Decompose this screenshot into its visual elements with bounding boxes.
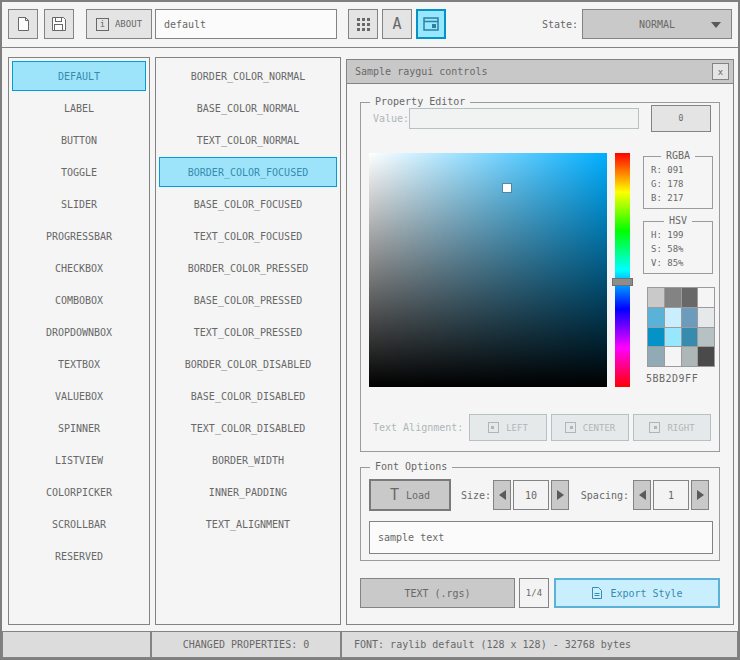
color-saturation-panel[interactable]: [369, 153, 607, 387]
chevron-down-icon: [711, 22, 721, 28]
style-palette-swatch[interactable]: [698, 347, 714, 366]
export-style-label: Export Style: [610, 588, 682, 599]
controls-list-item[interactable]: VALUEBOX: [12, 381, 146, 411]
controls-list-item[interactable]: BUTTON: [12, 125, 146, 155]
sample-text-input[interactable]: [369, 521, 713, 554]
hsv-v-value: V: 85%: [651, 256, 684, 270]
controls-list-item[interactable]: CHECKBOX: [12, 253, 146, 283]
controls-panel-button[interactable]: [416, 9, 446, 39]
load-font-button[interactable]: T Load: [369, 479, 451, 511]
style-palette-swatch[interactable]: [648, 347, 664, 366]
export-style-button[interactable]: Export Style: [554, 578, 720, 608]
new-style-button[interactable]: [8, 9, 38, 39]
export-format-button[interactable]: TEXT (.rgs): [360, 578, 515, 608]
rgba-g-value: G: 178: [651, 177, 684, 191]
controls-list-item[interactable]: RESERVED: [12, 541, 146, 571]
properties-list-item[interactable]: BORDER_COLOR_FOCUSED: [159, 157, 337, 187]
properties-list-item[interactable]: BASE_COLOR_PRESSED: [159, 285, 337, 315]
controls-list-item[interactable]: TOGGLE: [12, 157, 146, 187]
properties-list-item[interactable]: BORDER_COLOR_DISABLED: [159, 349, 337, 379]
style-palette-swatch[interactable]: [698, 288, 714, 307]
properties-list-item[interactable]: BASE_COLOR_NORMAL: [159, 93, 337, 123]
style-palette-swatch[interactable]: [682, 347, 698, 366]
changed-properties-text: CHANGED PROPERTIES: 0: [183, 639, 309, 650]
style-palette-swatch[interactable]: [698, 308, 714, 327]
font-spacing-increase-button[interactable]: [691, 480, 709, 510]
controls-list-item[interactable]: TEXTBOX: [12, 349, 146, 379]
properties-list-item[interactable]: INNER_PADDING: [159, 477, 337, 507]
font-settings-button[interactable]: A: [382, 9, 412, 39]
controls-list-item[interactable]: COMBOBOX: [12, 285, 146, 315]
style-palette-swatch[interactable]: [665, 328, 681, 347]
controls-list-item[interactable]: PROGRESSBAR: [12, 221, 146, 251]
statusbar-changed-properties: CHANGED PROPERTIES: 0: [151, 631, 341, 658]
rgba-r-value: R: 091: [651, 163, 684, 177]
value-input[interactable]: [409, 108, 639, 129]
properties-list-item[interactable]: TEXT_COLOR_NORMAL: [159, 125, 337, 155]
new-file-icon: [16, 16, 31, 32]
controls-list-item[interactable]: DROPDOWNBOX: [12, 317, 146, 347]
value-button-label: 0: [679, 114, 684, 123]
style-palette-swatch[interactable]: [648, 288, 664, 307]
style-palette-swatch[interactable]: [665, 308, 681, 327]
style-palette-swatch[interactable]: [682, 288, 698, 307]
properties-list-item[interactable]: BASE_COLOR_DISABLED: [159, 381, 337, 411]
style-table-button[interactable]: [348, 9, 378, 39]
hex-color-value: 5BB2D9FF: [646, 373, 698, 384]
properties-list: BORDER_COLOR_NORMALBASE_COLOR_NORMALTEXT…: [155, 57, 341, 625]
properties-list-item[interactable]: TEXT_COLOR_PRESSED: [159, 317, 337, 347]
controls-list: DEFAULTLABELBUTTONTOGGLESLIDERPROGRESSBA…: [8, 57, 150, 625]
align-left-button[interactable]: LEFT: [469, 414, 547, 441]
style-palette-swatch[interactable]: [665, 288, 681, 307]
controls-list-item[interactable]: LISTVIEW: [12, 445, 146, 475]
font-options-group-label: Font Options: [370, 461, 452, 472]
font-spacing-decrease-button[interactable]: [633, 480, 651, 510]
style-name-input[interactable]: [155, 9, 337, 39]
style-palette-swatch[interactable]: [648, 308, 664, 327]
state-label: State:: [502, 9, 578, 39]
properties-list-item[interactable]: TEXT_COLOR_DISABLED: [159, 413, 337, 443]
controls-list-item[interactable]: DEFAULT: [12, 61, 146, 91]
font-icon: A: [392, 15, 401, 33]
properties-list-item[interactable]: BORDER_WIDTH: [159, 445, 337, 475]
controls-list-item[interactable]: SPINNER: [12, 413, 146, 443]
font-spacing-value[interactable]: 1: [653, 480, 689, 510]
value-button[interactable]: 0: [651, 105, 711, 132]
align-right-button[interactable]: RIGHT: [633, 414, 711, 441]
window-title: Sample raygui controls: [355, 66, 487, 77]
style-palette-swatch[interactable]: [648, 328, 664, 347]
save-icon: [51, 16, 67, 32]
properties-list-item[interactable]: TEXT_ALIGNMENT: [159, 509, 337, 539]
properties-list-item[interactable]: BASE_COLOR_FOCUSED: [159, 189, 337, 219]
controls-list-item[interactable]: SLIDER: [12, 189, 146, 219]
close-button[interactable]: x: [712, 63, 729, 80]
style-color-palette: [647, 287, 715, 367]
properties-list-item[interactable]: BORDER_COLOR_NORMAL: [159, 61, 337, 91]
style-palette-swatch[interactable]: [682, 308, 698, 327]
state-dropdown[interactable]: NORMAL: [582, 9, 732, 39]
style-palette-swatch[interactable]: [665, 347, 681, 366]
hue-bar[interactable]: [615, 153, 630, 387]
controls-list-item[interactable]: LABEL: [12, 93, 146, 123]
font-size-increase-button[interactable]: [551, 480, 569, 510]
align-center-button[interactable]: CENTER: [551, 414, 629, 441]
font-size-value[interactable]: 10: [513, 480, 549, 510]
window-titlebar[interactable]: Sample raygui controls x: [347, 60, 733, 84]
controls-list-item[interactable]: SCROLLBAR: [12, 509, 146, 539]
font-info-text: FONT: raylib default (128 x 128) - 32768…: [354, 639, 631, 650]
font-size-decrease-button[interactable]: [493, 480, 511, 510]
align-left-icon: [488, 422, 499, 433]
save-style-button[interactable]: [44, 9, 74, 39]
colorpicker-cursor[interactable]: [503, 184, 511, 192]
hsv-group: HSV H: 199 S: 58% V: 85%: [643, 221, 713, 274]
hue-slider[interactable]: [612, 278, 633, 286]
font-spacing-label: Spacing:: [573, 480, 629, 510]
controls-list-item[interactable]: COLORPICKER: [12, 477, 146, 507]
properties-list-item[interactable]: TEXT_COLOR_FOCUSED: [159, 221, 337, 251]
properties-list-item[interactable]: BORDER_COLOR_PRESSED: [159, 253, 337, 283]
page-indicator: 1/4: [519, 578, 549, 608]
style-palette-swatch[interactable]: [682, 328, 698, 347]
about-button[interactable]: i ABOUT: [86, 9, 152, 39]
text-file-icon: T: [390, 486, 399, 504]
style-palette-swatch[interactable]: [698, 328, 714, 347]
